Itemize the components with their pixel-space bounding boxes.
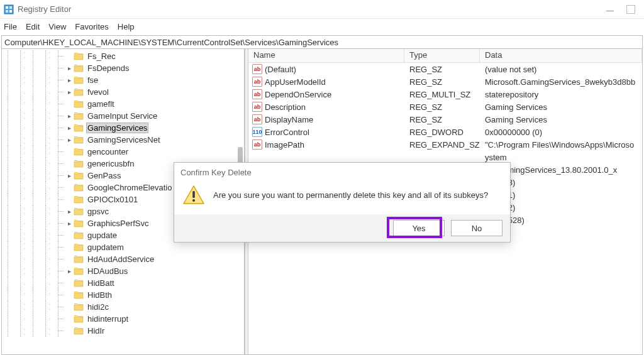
folder-icon [74,100,84,108]
value-name: (Default) [265,65,296,74]
tree-item[interactable]: HidBth [2,289,244,301]
menu-file[interactable]: File [4,22,17,31]
value-data: Microsoft.GamingServices_8wekyb3d8bb [480,77,642,87]
chevron-right-icon[interactable]: ▸ [65,112,74,119]
folder-icon [74,112,84,120]
value-type: REG_SZ [404,102,480,112]
tree-item-label: fvevol [86,87,110,97]
value-type: REG_SZ [404,65,480,74]
tree-item[interactable]: ▸GamingServices [2,122,244,134]
col-header-type[interactable]: Type [404,49,480,62]
folder-icon [74,136,84,144]
svg-point-7 [192,199,195,202]
value-type: REG_SZ [404,77,480,87]
value-row[interactable]: 110ErrorControlREG_DWORD0x00000000 (0) [248,126,642,138]
tree-item-label: GraphicsPerfSvc [86,219,150,228]
string-value-icon: ab [252,77,262,87]
chevron-right-icon[interactable]: ▸ [65,136,74,143]
value-row[interactable]: ab(Default)REG_SZ(value not set) [248,63,642,75]
app-icon [4,4,14,14]
col-header-name[interactable]: Name [248,49,404,62]
tree-item[interactable]: ▸fvevol [2,86,244,98]
tree-item-label: GamingServices [86,123,148,133]
values-header: Name Type Data [248,49,642,63]
tree-item-label: GoogleChromeElevatio [86,183,173,192]
folder-icon [74,279,84,287]
tree-item[interactable]: HidIr [2,325,244,337]
tree-item[interactable]: ▸FsDepends [2,62,244,74]
minimize-button[interactable] [606,11,614,11]
value-data: Gaming Services [480,102,642,112]
chevron-right-icon[interactable]: ▸ [65,208,74,215]
value-name: ErrorControl [265,128,309,137]
menu-view[interactable]: View [48,22,66,31]
menu-bar: File Edit View Favorites Help [0,19,644,34]
string-value-icon: ab [252,102,262,112]
chevron-right-icon[interactable]: ▸ [65,124,74,131]
folder-icon [74,231,84,239]
warning-icon [183,185,204,204]
folder-icon [74,124,84,132]
yes-button[interactable]: Yes [393,220,445,236]
path-input[interactable] [2,36,642,48]
svg-rect-1 [6,6,8,9]
folder-icon [74,243,84,251]
menu-help[interactable]: Help [118,22,135,31]
chevron-right-icon[interactable]: ▸ [65,268,74,275]
no-button[interactable]: No [451,220,502,236]
value-type: REG_MULTI_SZ [404,90,480,99]
value-row[interactable]: abImagePathREG_EXPAND_SZ"C:\Program File… [248,138,642,151]
value-row[interactable]: abDescriptionREG_SZGaming Services [248,101,642,113]
tree-item-label: gupdatem [86,243,125,252]
folder-icon [74,183,84,192]
dialog-button-row: Yes No [174,214,510,242]
value-row[interactable]: abDependOnServiceREG_MULTI_SZstatereposi… [248,88,642,101]
tree-item[interactable]: hidinterrupt [2,313,244,325]
address-bar [1,35,643,49]
chevron-right-icon[interactable]: ▸ [65,220,74,227]
string-value-icon: ab [252,89,262,99]
chevron-right-icon[interactable]: ▸ [65,172,74,179]
value-data: Gaming Services [480,115,642,124]
tree-item-label: gameflt [86,99,116,109]
folder-icon [74,255,84,263]
folder-icon [74,160,84,168]
value-name: DependOnService [265,90,331,99]
tree-item[interactable]: hidi2c [2,301,244,313]
value-row[interactable]: ystem [248,151,642,163]
folder-icon [74,303,84,311]
window-controls [606,5,640,14]
value-type: REG_SZ [404,115,480,124]
folder-icon [74,291,84,299]
col-header-data[interactable]: Data [480,49,642,62]
menu-edit[interactable]: Edit [26,22,40,31]
value-row[interactable]: abDisplayNameREG_SZGaming Services [248,113,642,126]
tree-item-label: FsDepends [86,63,130,73]
tree-item[interactable]: Fs_Rec [2,50,244,62]
folder-icon [74,207,84,216]
tree-item[interactable]: ▸GamingServicesNet [2,134,244,146]
value-type: REG_EXPAND_SZ [404,140,480,150]
confirm-dialog: Confirm Key Delete Are you sure you want… [174,162,511,243]
value-name: Description [265,102,306,112]
tree-item[interactable]: gupdatem [2,241,244,253]
svg-rect-2 [9,6,12,9]
tree-item[interactable]: HdAudAddService [2,253,244,265]
chevron-right-icon[interactable]: ▸ [65,89,74,96]
maximize-button[interactable] [626,5,635,14]
menu-favorites[interactable]: Favorites [75,22,108,31]
chevron-right-icon[interactable]: ▸ [65,77,74,84]
folder-icon [74,327,84,335]
svg-rect-3 [6,10,8,13]
value-type: REG_DWORD [404,128,480,137]
tree-item[interactable]: gameflt [2,98,244,110]
tree-item[interactable]: ▸fse [2,74,244,86]
value-name: DisplayName [265,115,313,124]
tree-item[interactable]: ▸GameInput Service [2,110,244,122]
tree-item[interactable]: HidBatt [2,277,244,289]
tree-item[interactable]: gencounter [2,146,244,158]
tree-item[interactable]: ▸HDAudBus [2,265,244,277]
value-row[interactable]: abAppUserModelIdREG_SZMicrosoft.GamingSe… [248,75,642,88]
tree-item-label: HDAudBus [86,266,129,276]
chevron-right-icon[interactable]: ▸ [65,65,74,72]
